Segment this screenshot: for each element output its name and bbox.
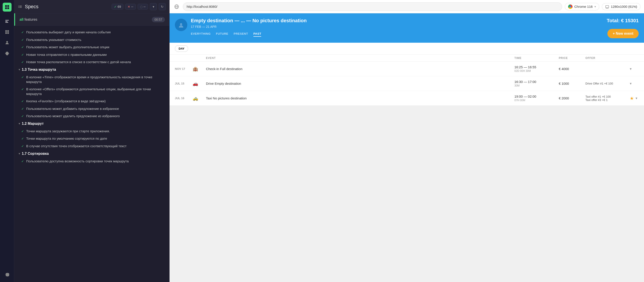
day-button[interactable]: DAY — [175, 45, 188, 52]
svg-rect-12 — [18, 6, 19, 6]
nav-list-icon[interactable] — [3, 28, 12, 37]
event-type-icon: 🚗 — [192, 81, 206, 86]
tab-present[interactable]: PRESENT — [234, 32, 248, 37]
event-type-icon: 🏨 — [192, 66, 206, 72]
trip-tabs: EVERYTHING FUTURE PRESENT PAST — [191, 32, 607, 37]
col-price: PRICE — [559, 57, 586, 60]
event-actions: ★ ▾ — [630, 96, 639, 101]
tab-past[interactable]: PAST — [254, 32, 262, 37]
trip-total-label: Total: € 15301 — [607, 18, 639, 24]
chrome-dropdown-icon[interactable]: ▾ — [594, 5, 596, 8]
failed-badge: ✕ -- — [125, 4, 136, 10]
passed-badge: ✓ 69 — [112, 4, 124, 10]
svg-rect-9 — [5, 32, 7, 34]
globe-icon[interactable] — [173, 3, 180, 10]
expand-icon[interactable]: ▾ — [630, 81, 632, 86]
svg-rect-0 — [5, 5, 7, 7]
event-actions: ▾ — [630, 81, 639, 86]
specs-title: Specs — [25, 4, 38, 10]
svg-rect-4 — [5, 20, 9, 21]
svg-rect-3 — [7, 7, 9, 9]
svg-rect-5 — [5, 21, 8, 22]
url-bar[interactable]: http://localhost:8080/ — [183, 3, 562, 11]
event-actions: ▾ — [630, 67, 639, 71]
col-event: EVENT — [206, 57, 514, 60]
nav-specs-icon[interactable] — [3, 17, 12, 26]
event-date: NOV 17 — [175, 67, 192, 71]
nav-settings-icon[interactable] — [3, 49, 12, 58]
table-controls: DAY — [170, 43, 644, 55]
section-1-2[interactable]: ▾ 1.2 Маршрут — [14, 120, 169, 127]
trip-header: Empty destination — ... — No pictures de… — [170, 13, 644, 43]
table-row: JUL 15 🚗 Drive Empty destination 16:30 —… — [170, 76, 644, 91]
svg-rect-8 — [7, 30, 9, 32]
tab-future[interactable]: FUTURE — [216, 32, 228, 37]
specs-content[interactable]: ✓ Пользователь выбирает дату и время нач… — [14, 26, 169, 282]
spec-item: ✓ В колонке «Time» отображается время и … — [14, 73, 169, 85]
trip-avatar — [175, 19, 187, 31]
specs-icon — [18, 5, 22, 9]
trip-dates: 17 FEB — 21 APR — [191, 25, 607, 29]
pending-badge: ◌ -- — [138, 4, 148, 10]
spec-item: ✓ Пользователю доступна возможность сорт… — [14, 158, 169, 165]
specs-panel: Specs ✓ 69 ✕ -- ◌ -- ▾ ↻ all features 00… — [14, 0, 170, 282]
favorite-star-icon[interactable]: ★ — [630, 96, 634, 101]
event-time: 16:25 — 16:55 02D 00H 30M — [514, 65, 559, 72]
svg-rect-2 — [5, 7, 7, 9]
spec-item: ✓ В случае отсутствия точек отображается… — [14, 142, 169, 150]
spec-item: ✓ Точки маршрута по умолчанию сортируютс… — [14, 135, 169, 142]
spec-item: ✓ В колонке «Offers» отображаются дополн… — [14, 85, 169, 97]
resize-icon — [605, 5, 609, 9]
dropdown-btn[interactable]: ▾ — [150, 3, 157, 10]
section-1-7[interactable]: ▾ 1.7 Сортировка — [14, 150, 169, 158]
event-name: Taxi No pictures destination — [206, 96, 514, 100]
new-event-button[interactable]: + New event — [608, 29, 639, 38]
refresh-btn[interactable]: ↻ — [159, 3, 166, 10]
spec-item: ✓ Пользовательно может удалить предложен… — [14, 112, 169, 120]
col-offer: OFFER — [586, 57, 630, 60]
spec-item: ✓ Пользователь может выбрать дополнитель… — [14, 43, 169, 51]
svg-rect-13 — [19, 6, 22, 6]
event-type-icon: 🚕 — [192, 96, 206, 101]
svg-rect-14 — [18, 7, 19, 7]
svg-rect-1 — [7, 5, 9, 7]
nav-users-icon[interactable] — [3, 38, 12, 47]
timer: 00:57 — [152, 17, 165, 22]
tab-everything[interactable]: EVERYTHING — [191, 32, 210, 37]
nav-command-icon[interactable] — [3, 270, 12, 279]
spec-item: ✓ Пользователь указывает стоимость — [14, 36, 169, 44]
table-header: EVENT TIME PRICE OFFER — [170, 55, 644, 62]
expand-icon[interactable]: ▾ — [636, 96, 637, 100]
event-time: 16:30 — 17:00 30M — [514, 80, 559, 87]
left-sidebar — [0, 0, 14, 282]
svg-point-25 — [180, 23, 182, 25]
specs-controls: ✓ 69 ✕ -- ◌ -- ▾ ↻ — [112, 3, 166, 10]
spec-item: ✓ Новая точка располагается в списке в с… — [14, 58, 169, 66]
svg-point-11 — [6, 41, 8, 43]
expand-icon[interactable]: ▾ — [630, 67, 632, 71]
app-content: Empty destination — ... — No pictures de… — [170, 13, 644, 282]
svg-rect-7 — [5, 30, 7, 32]
svg-rect-21 — [606, 6, 609, 8]
spec-item: ✓ Новая точка отправляется с правильными… — [14, 51, 169, 59]
event-date: JUL 15 — [175, 82, 192, 85]
section-1-3[interactable]: ▾ 1.3 Точка маршрута — [14, 66, 169, 73]
trip-info: Empty destination — ... — No pictures de… — [191, 18, 607, 37]
trip-total: Total: € 15301 + New event — [607, 18, 639, 38]
spec-item: ✓ Пользователь выбирает дату и время нач… — [14, 29, 169, 36]
spec-item: ✓ Кнопка «Favorite» (отображается в виде… — [14, 97, 169, 105]
svg-rect-16 — [18, 7, 19, 8]
browser-bar: http://localhost:8080/ Chrome 116 ▾ 1280… — [170, 0, 644, 13]
event-offer: Drive Offer #1 +€ 100 — [586, 82, 630, 85]
app-logo — [3, 3, 12, 12]
features-bar: all features 00:57 — [14, 13, 169, 26]
table-row: NOV 17 🏨 Check-in Full destination 16:25… — [170, 62, 644, 76]
specs-header: Specs ✓ 69 ✕ -- ◌ -- ▾ ↻ — [14, 0, 169, 13]
browser-panel: http://localhost:8080/ Chrome 116 ▾ 1280… — [170, 0, 644, 282]
chrome-icon — [568, 5, 572, 9]
trip-title: Empty destination — ... — No pictures de… — [191, 18, 607, 24]
size-badge: 1280x1000 (61%) — [602, 3, 640, 10]
event-time: 19:00 — 02:00 07H 00M — [514, 94, 559, 102]
svg-rect-17 — [19, 7, 22, 8]
chrome-badge: Chrome 116 ▾ — [565, 3, 599, 11]
